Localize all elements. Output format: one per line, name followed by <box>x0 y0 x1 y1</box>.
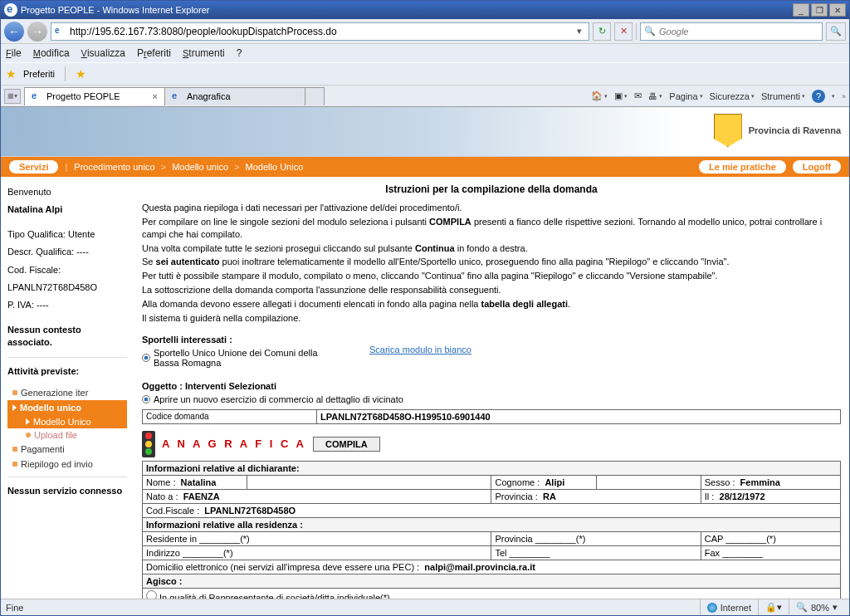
star-icon[interactable]: ★ <box>6 67 17 81</box>
stop-button[interactable]: ✕ <box>614 22 633 41</box>
tools-menu[interactable]: Strumenti▾ <box>761 91 805 101</box>
refresh-button[interactable]: ↻ <box>593 22 611 41</box>
codice-label: Codice domanda <box>143 409 317 423</box>
ie-icon: e <box>55 26 66 37</box>
search-go-button[interactable]: 🔍 <box>826 22 846 41</box>
favorites-label[interactable]: Preferiti <box>23 69 55 79</box>
sidebar: Benvenuto Natalina Alpi Tipo Qualifica: … <box>1 177 134 599</box>
descr-qualifica: Descr. Qualifica: ---- <box>7 243 127 261</box>
add-favorite-icon[interactable]: ★ <box>76 67 86 81</box>
quick-tabs-button[interactable]: ▦▾ <box>4 89 21 104</box>
window-title-bar: Progetto PEOPLE - Windows Internet Explo… <box>1 1 849 19</box>
favorites-bar: ★ Preferiti ★ <box>1 62 849 86</box>
sidebar-sub-upload[interactable]: Upload file <box>7 428 127 442</box>
sportello-option[interactable]: Sportello Unico Unione dei Comuni della … <box>142 348 336 368</box>
help-button[interactable]: ? <box>812 90 825 103</box>
radio-icon <box>142 395 150 403</box>
codice-table: Codice domanda LPANLN72T68D458O-H199510-… <box>142 409 841 424</box>
oggetto-heading: Oggetto : Interventi Selezionati <box>142 381 841 391</box>
page-menu[interactable]: Pagina▾ <box>669 91 702 101</box>
menu-visualizza[interactable]: Visualizza <box>81 47 125 59</box>
ie-icon <box>4 3 17 17</box>
user-name: Natalina Alpi <box>7 204 62 214</box>
security-menu[interactable]: Sicurezza▾ <box>710 91 755 101</box>
radio-icon <box>142 354 150 362</box>
feeds-button[interactable]: ▣▾ <box>614 90 628 101</box>
address-bar[interactable]: e ▾ <box>51 22 589 41</box>
activities-label: Attività previste: <box>7 366 79 376</box>
tab-label: Progetto PEOPLE <box>46 91 120 101</box>
url-input[interactable] <box>70 26 574 37</box>
protected-mode[interactable]: 🔒▾ <box>758 599 789 615</box>
status-text: Fine <box>6 603 23 613</box>
cf-value: LPANLN72T68D458O <box>7 279 127 296</box>
sidebar-item-pagamenti[interactable]: Pagamenti <box>7 442 127 457</box>
menu-file[interactable]: File <box>6 47 22 59</box>
scarica-link[interactable]: Scarica modulo in bianco <box>369 345 471 354</box>
compila-button[interactable]: COMPILA <box>313 437 380 452</box>
new-tab-button[interactable] <box>305 87 325 105</box>
back-button[interactable]: ← <box>4 22 24 42</box>
sidebar-sub-modello[interactable]: Modello Unico <box>7 415 127 428</box>
welcome-label: Benvenuto <box>7 183 127 201</box>
org-name: Provincia di Ravenna <box>749 125 841 135</box>
menu-preferiti[interactable]: Preferiti <box>137 47 171 59</box>
org-logo: Provincia di Ravenna <box>714 114 841 147</box>
close-tab-icon[interactable]: × <box>153 91 158 101</box>
search-bar[interactable]: 🔍 <box>640 22 823 41</box>
piva: P. IVA: ---- <box>7 296 127 314</box>
mail-button[interactable]: ✉ <box>634 90 642 101</box>
window-title: Progetto PEOPLE - Windows Internet Explo… <box>21 5 209 15</box>
service-label: Nessun servizio connesso <box>7 486 122 496</box>
globe-icon <box>707 603 717 613</box>
menu-bar: File Modifica Visualizza Preferiti Strum… <box>1 44 849 62</box>
ie-icon: e <box>172 90 183 102</box>
cf-label: Cod. Fiscale: <box>7 262 127 279</box>
tab-anagrafica[interactable]: e Anagrafica <box>164 87 305 105</box>
codice-value: LPANLN72T68D458O-H199510-6901440 <box>320 412 491 422</box>
forward-button[interactable]: → <box>27 22 47 42</box>
menu-modifica[interactable]: Modifica <box>33 47 70 59</box>
tipo-qualifica: Tipo Qualifica: Utente <box>7 226 127 243</box>
status-bar: Fine Internet 🔒▾ 🔍 80% ▾ <box>1 599 849 615</box>
context-label: Nessun contesto associato. <box>7 325 81 347</box>
minimize-button[interactable]: _ <box>793 3 809 17</box>
anagrafica-heading: A N A G R A F I C A <box>162 438 306 450</box>
crumb-procedimento[interactable]: Procedimento unico <box>74 162 154 172</box>
menu-help[interactable]: ? <box>237 47 242 59</box>
sidebar-item-riepilogo[interactable]: Riepilogo ed invio <box>7 457 127 472</box>
restore-button[interactable]: ❐ <box>811 3 828 17</box>
home-button[interactable]: 🏠▾ <box>591 90 608 101</box>
page-title: Istruzioni per la compilazione della dom… <box>142 183 841 195</box>
tab-label: Anagrafica <box>187 91 231 101</box>
print-button[interactable]: 🖶▾ <box>648 91 662 101</box>
close-button[interactable]: ✕ <box>829 3 846 17</box>
zone-indicator[interactable]: Internet <box>700 599 758 615</box>
sidebar-item-modello-unico[interactable]: Modello unico <box>7 400 127 415</box>
crest-icon <box>714 114 742 147</box>
nav-bar: ← → e ▾ ↻ ✕ 🔍 🔍 <box>1 19 849 44</box>
mie-pratiche-button[interactable]: Le mie pratiche <box>699 160 786 174</box>
agisco-radio[interactable] <box>146 590 157 599</box>
traffic-light-icon <box>142 431 155 457</box>
breadcrumb: Procedimento unico > Modello unico > Mod… <box>74 162 303 172</box>
sidebar-item-generazione[interactable]: Generazione iter <box>7 385 127 400</box>
search-input[interactable] <box>659 27 818 37</box>
url-dropdown[interactable]: ▾ <box>574 26 585 37</box>
tab-bar: ▦▾ e Progetto PEOPLE × e Anagrafica 🏠▾ ▣… <box>1 86 849 107</box>
tab-progetto-people[interactable]: e Progetto PEOPLE × <box>24 87 165 105</box>
instr-p1: Questa pagina riepiloga i dati necessari… <box>142 202 841 214</box>
page-content: Provincia di Ravenna Servizi | Procedime… <box>1 107 849 599</box>
logoff-button[interactable]: Logoff <box>793 160 841 174</box>
orange-bar: Servizi | Procedimento unico > Modello u… <box>1 157 849 177</box>
servizi-button[interactable]: Servizi <box>9 160 58 174</box>
crumb-modello1[interactable]: Modello unico <box>172 162 228 172</box>
banner: Provincia di Ravenna <box>1 107 849 157</box>
menu-strumenti[interactable]: Strumenti <box>183 47 225 59</box>
sportelli-heading: Sportelli interessati : <box>142 335 841 345</box>
crumb-modello2[interactable]: Modello Unico <box>246 162 304 172</box>
oggetto-option[interactable]: Aprire un nuovo esercizio di commercio a… <box>142 394 841 404</box>
search-icon: 🔍 <box>644 26 656 37</box>
anagrafica-table: Informazioni relative al dichiarante: No… <box>142 461 841 599</box>
zoom-control[interactable]: 🔍 80% ▾ <box>789 599 844 615</box>
